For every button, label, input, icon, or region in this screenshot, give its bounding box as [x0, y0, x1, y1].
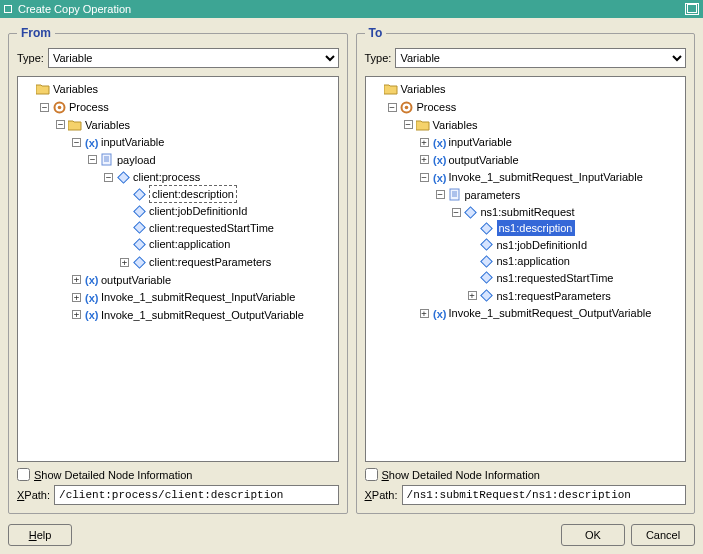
expander-blank: [24, 85, 33, 94]
tree-label[interactable]: client:jobDefinitionId: [149, 203, 247, 219]
from-type-label: Type:: [17, 52, 44, 64]
svg-rect-9: [133, 205, 144, 216]
tree-label[interactable]: ns1:submitRequest: [481, 204, 575, 220]
xvar-icon: (x): [432, 153, 446, 167]
page-icon: [100, 153, 114, 167]
expand-toggle[interactable]: +: [120, 258, 129, 267]
tree-label[interactable]: Invoke_1_submitRequest_InputVariable: [101, 289, 295, 305]
diamond-icon: [480, 271, 494, 285]
to-tree[interactable]: Variables − Process: [365, 76, 687, 462]
expand-toggle[interactable]: +: [72, 293, 81, 302]
gear-icon: [400, 100, 414, 114]
collapse-toggle[interactable]: −: [88, 155, 97, 164]
tree-label[interactable]: ns1:requestParameters: [497, 288, 611, 304]
collapse-toggle[interactable]: −: [452, 208, 461, 217]
collapse-toggle[interactable]: −: [404, 120, 413, 129]
to-xpath-input[interactable]: [402, 485, 686, 505]
svg-rect-11: [133, 238, 144, 249]
window-title: Create Copy Operation: [18, 3, 131, 15]
cancel-button[interactable]: Cancel: [631, 524, 695, 546]
tree-label: client:process: [133, 169, 200, 185]
titlebar: Create Copy Operation: [0, 0, 703, 18]
to-show-detailed-checkbox[interactable]: [365, 468, 378, 481]
maximize-icon[interactable]: [685, 3, 699, 15]
tree-label-selected[interactable]: ns1:description: [497, 220, 575, 236]
from-legend: From: [17, 26, 55, 40]
collapse-toggle[interactable]: −: [40, 103, 49, 112]
diamond-icon: [480, 238, 494, 252]
tree-label[interactable]: parameters: [465, 187, 521, 203]
from-tree[interactable]: Variables − Process: [17, 76, 339, 462]
svg-rect-7: [117, 171, 128, 182]
titlebar-icon: [4, 5, 12, 13]
svg-rect-30: [481, 290, 492, 301]
diamond-icon: [480, 254, 494, 268]
xvar-icon: (x): [84, 135, 98, 149]
diamond-icon: [480, 289, 494, 303]
from-type-select[interactable]: Variable: [48, 48, 339, 68]
collapse-toggle[interactable]: −: [436, 190, 445, 199]
from-show-detailed-checkbox[interactable]: [17, 468, 30, 481]
help-button[interactable]: Help: [8, 524, 72, 546]
diamond-icon: [132, 237, 146, 251]
tree-label[interactable]: outputVariable: [449, 152, 519, 168]
to-type-select[interactable]: Variable: [395, 48, 686, 68]
to-show-detailed-label: Show Detailed Node Information: [382, 469, 540, 481]
expand-toggle[interactable]: +: [420, 138, 429, 147]
xvar-icon: (x): [432, 135, 446, 149]
folder-icon: [416, 118, 430, 132]
from-xpath-input[interactable]: [54, 485, 338, 505]
collapse-toggle[interactable]: −: [420, 173, 429, 182]
svg-rect-27: [481, 239, 492, 250]
folder-icon: [36, 82, 50, 96]
svg-text:(x): (x): [85, 137, 98, 149]
collapse-toggle[interactable]: −: [72, 138, 81, 147]
svg-rect-10: [133, 222, 144, 233]
tree-label[interactable]: ns1:jobDefinitionId: [497, 237, 588, 253]
svg-text:(x): (x): [433, 154, 446, 166]
tree-label[interactable]: Invoke_1_submitRequest_OutputVariable: [101, 307, 304, 323]
to-type-label: Type:: [365, 52, 392, 64]
tree-label[interactable]: Invoke_1_submitRequest_OutputVariable: [449, 305, 652, 321]
tree-label[interactable]: outputVariable: [101, 272, 171, 288]
xvar-icon: (x): [84, 308, 98, 322]
tree-label: Variables: [85, 117, 130, 133]
page-icon: [448, 188, 462, 202]
ok-button[interactable]: OK: [561, 524, 625, 546]
from-show-detailed-label: Show Detailed Node Information: [34, 469, 192, 481]
xvar-icon: (x): [84, 290, 98, 304]
svg-text:(x): (x): [433, 308, 446, 320]
from-panel: From Type: Variable Variables: [8, 26, 348, 514]
tree-label: Variables: [401, 81, 446, 97]
svg-text:(x): (x): [433, 137, 446, 149]
diamond-icon: [480, 221, 494, 235]
to-panel: To Type: Variable Variables: [356, 26, 696, 514]
tree-label: Variables: [53, 81, 98, 97]
tree-label[interactable]: inputVariable: [449, 134, 512, 150]
tree-label[interactable]: client:requestParameters: [149, 254, 271, 270]
collapse-toggle[interactable]: −: [388, 103, 397, 112]
xvar-icon: (x): [432, 306, 446, 320]
tree-label[interactable]: client:requestedStartTime: [149, 220, 274, 236]
svg-rect-8: [133, 188, 144, 199]
expand-toggle[interactable]: +: [420, 155, 429, 164]
diamond-icon: [464, 205, 478, 219]
tree-label: inputVariable: [101, 134, 164, 150]
expand-toggle[interactable]: +: [420, 309, 429, 318]
gear-icon: [52, 100, 66, 114]
collapse-toggle[interactable]: −: [56, 120, 65, 129]
tree-label[interactable]: Invoke_1_submitRequest_InputVariable: [449, 169, 643, 185]
svg-rect-25: [465, 206, 476, 217]
tree-label[interactable]: ns1:application: [497, 253, 570, 269]
expand-toggle[interactable]: +: [72, 310, 81, 319]
svg-rect-12: [133, 256, 144, 267]
tree-label: Process: [417, 99, 457, 115]
tree-label[interactable]: client:application: [149, 236, 230, 252]
expand-toggle[interactable]: +: [468, 291, 477, 300]
diamond-icon: [132, 187, 146, 201]
svg-point-17: [405, 105, 409, 109]
expand-toggle[interactable]: +: [72, 275, 81, 284]
collapse-toggle[interactable]: −: [104, 173, 113, 182]
tree-label[interactable]: ns1:requestedStartTime: [497, 270, 614, 286]
tree-label-selected[interactable]: client:description: [149, 185, 237, 203]
